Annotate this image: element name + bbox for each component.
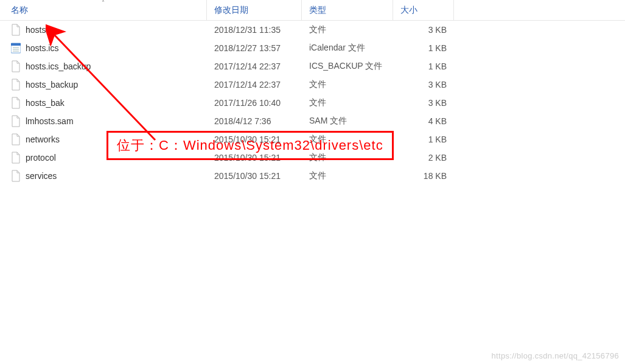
file-row[interactable]: services2015/10/30 15:21文件18 KB xyxy=(0,167,625,185)
file-icon xyxy=(11,79,21,91)
file-size: 3 KB xyxy=(428,80,447,89)
file-size: 3 KB xyxy=(428,98,447,108)
file-date: 2018/4/12 7:36 xyxy=(214,116,271,126)
file-size: 1 KB xyxy=(428,61,447,71)
file-row[interactable]: hosts_bak2017/11/26 10:40文件3 KB xyxy=(0,94,625,112)
file-name: networks xyxy=(26,135,60,144)
file-name: hosts.ics_backup xyxy=(26,61,91,71)
sort-ascending-icon: ˄ xyxy=(102,0,105,6)
file-name: lmhosts.sam xyxy=(26,116,74,126)
file-size: 3 KB xyxy=(428,25,447,35)
file-row[interactable]: hosts.ics_backup2017/12/14 22:37ICS_BACK… xyxy=(0,57,625,75)
file-name: hosts_bak xyxy=(26,98,65,108)
file-type: 文件 xyxy=(309,79,326,89)
column-header-name[interactable]: 名称 ˄ xyxy=(0,0,207,20)
file-name: hosts xyxy=(26,25,46,35)
file-icon xyxy=(11,97,21,109)
file-size: 2 KB xyxy=(428,153,447,163)
file-size: 1 KB xyxy=(428,135,447,144)
file-date: 2018/12/31 11:35 xyxy=(214,25,281,35)
column-header-size[interactable]: 大小 xyxy=(393,0,454,20)
column-header-date[interactable]: 修改日期 xyxy=(207,0,302,20)
file-size: 18 KB xyxy=(424,171,447,181)
file-type: iCalendar 文件 xyxy=(309,43,365,52)
file-type: 文件 xyxy=(309,24,326,34)
file-row[interactable]: hosts.ics2018/12/27 13:57iCalendar 文件1 K… xyxy=(0,39,625,57)
file-icon xyxy=(11,60,21,72)
file-icon xyxy=(11,133,21,145)
column-header-type[interactable]: 类型 xyxy=(302,0,393,20)
calendar-icon xyxy=(11,42,21,54)
header-type-label: 类型 xyxy=(309,5,326,16)
file-row[interactable]: hosts_backup2017/12/14 22:37文件3 KB xyxy=(0,75,625,94)
file-icon xyxy=(11,152,21,164)
file-type: ICS_BACKUP 文件 xyxy=(309,61,382,71)
file-type: SAM 文件 xyxy=(309,116,347,125)
annotation-path-box: 位于：C：Windows\System32\drivers\etc xyxy=(106,131,394,160)
svg-rect-1 xyxy=(11,43,21,46)
file-date: 2017/11/26 10:40 xyxy=(214,98,281,108)
file-date: 2018/12/27 13:57 xyxy=(214,43,281,53)
file-name: hosts.ics xyxy=(26,43,58,53)
file-size: 4 KB xyxy=(428,116,447,126)
file-name: hosts_backup xyxy=(26,80,78,89)
file-icon xyxy=(11,115,21,127)
file-row[interactable]: lmhosts.sam2018/4/12 7:36SAM 文件4 KB xyxy=(0,112,625,130)
column-header-row: 名称 ˄ 修改日期 类型 大小 xyxy=(0,0,625,21)
file-icon xyxy=(11,24,21,36)
file-date: 2015/10/30 15:21 xyxy=(214,171,281,181)
file-icon xyxy=(11,170,21,182)
annotation-text: 位于：C：Windows\System32\drivers\etc xyxy=(117,138,383,153)
file-name: services xyxy=(26,171,57,181)
header-name-label: 名称 xyxy=(11,5,28,16)
file-size: 1 KB xyxy=(428,43,447,53)
file-rows-container: hosts2018/12/31 11:35文件3 KBhosts.ics2018… xyxy=(0,21,625,185)
file-type: 文件 xyxy=(309,170,326,180)
file-name: protocol xyxy=(26,153,56,163)
file-date: 2017/12/14 22:37 xyxy=(214,80,281,89)
file-row[interactable]: hosts2018/12/31 11:35文件3 KB xyxy=(0,21,625,39)
watermark-text: https://blog.csdn.net/qq_42156796 xyxy=(492,351,619,360)
header-size-label: 大小 xyxy=(400,5,417,16)
file-date: 2017/12/14 22:37 xyxy=(214,61,281,71)
header-date-label: 修改日期 xyxy=(214,5,248,16)
file-type: 文件 xyxy=(309,97,326,107)
